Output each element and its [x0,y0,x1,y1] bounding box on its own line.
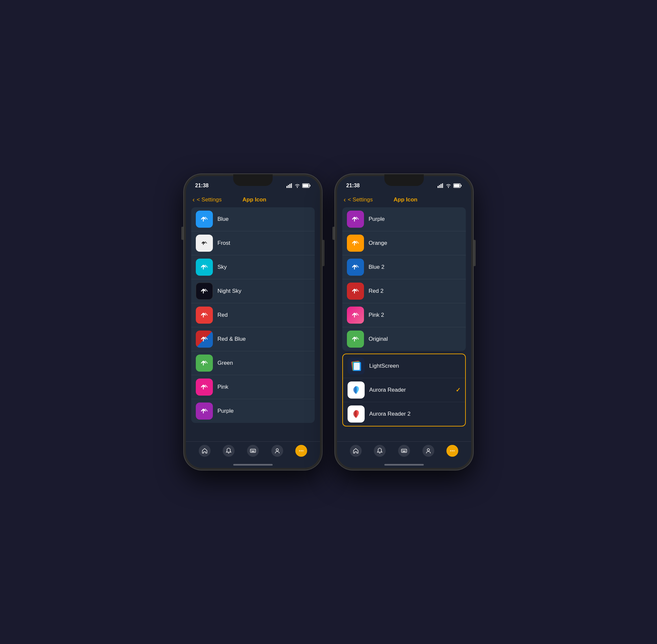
tab-profile-2[interactable] [421,445,436,457]
wifi-icon-2 [445,183,451,188]
keyboard-tab-icon-2 [398,445,410,457]
svg-point-14 [299,451,300,452]
phone-screen-2: 21:38 [337,176,471,468]
item-label: Orange [369,240,387,247]
list-item-lightscreen[interactable]: LightScreen [343,354,465,378]
home-tab-icon [199,445,211,457]
tab-more-2[interactable] [445,445,460,457]
item-label: Night Sky [217,288,241,294]
list-item[interactable]: Pink [191,375,315,399]
item-label: Purple [217,408,234,414]
item-label: LightScreen [369,363,399,369]
battery-icon [302,183,311,188]
svg-rect-1 [288,185,289,188]
back-label-2: < Settings [348,197,373,203]
svg-rect-18 [439,185,440,188]
back-button-2[interactable]: ‹ < Settings [344,196,373,203]
list-item-aurora2[interactable]: Aurora Reader 2 [343,402,465,426]
svg-rect-27 [354,363,360,370]
item-label: Blue [217,216,229,223]
list-item[interactable]: Pink 2 [342,303,466,327]
back-chevron: ‹ [192,196,195,203]
app-logo-red-icon [199,309,210,321]
app-logo-green-icon [199,358,210,369]
item-label: Aurora Reader 2 [369,411,410,417]
back-button[interactable]: ‹ < Settings [192,196,222,203]
bell-tab-icon-2 [374,445,386,457]
highlighted-icon-group: LightScreen Aurora Reader ✓ [342,353,466,427]
tab-home[interactable] [197,445,212,457]
item-label: Frost [217,240,230,247]
tab-keyboard[interactable] [246,445,260,457]
svg-point-13 [276,449,278,451]
item-label: Blue 2 [369,264,384,270]
list-item[interactable]: Green [191,351,315,375]
item-label: Red [217,312,228,318]
app-logo-pink2-icon [350,309,361,321]
notch-2 [384,174,424,186]
page-title: App Icon [242,197,266,203]
list-item[interactable]: Purple [191,399,315,423]
home-indicator-2 [337,461,471,468]
page-title-2: App Icon [394,197,418,203]
svg-rect-3 [291,183,292,188]
tab-bar-2 [337,441,471,461]
app-icon-red-blue [196,330,213,348]
list-item[interactable]: Sky [191,255,315,279]
icon-list-group-regular: Purple Orange [342,207,466,351]
list-item[interactable]: Purple [342,207,466,231]
tab-keyboard-2[interactable] [397,445,411,457]
svg-rect-5 [310,185,311,187]
list-item[interactable]: Red [191,303,315,327]
list-item-aurora[interactable]: Aurora Reader ✓ [343,378,465,402]
svg-rect-20 [442,183,443,188]
app-logo-purple-icon [199,406,210,417]
tab-more[interactable] [294,445,308,457]
app-icon-red2 [347,282,364,300]
item-label: Original [369,336,388,342]
app-logo-icon [199,213,210,225]
tab-profile[interactable] [270,445,284,457]
svg-rect-23 [454,184,460,187]
icon-list-2: Purple Orange [337,207,471,441]
app-icon-aurora2 [348,406,365,422]
checkmark-icon: ✓ [455,386,461,394]
home-tab-icon-2 [350,445,362,457]
person-tab-icon-2 [422,445,434,457]
item-label: Purple [369,216,385,223]
svg-point-34 [427,449,429,451]
svg-rect-7 [250,449,256,453]
app-logo-red2-icon [350,285,361,297]
list-item[interactable]: Blue 2 [342,255,466,279]
app-icon-pink2 [347,306,364,324]
list-item[interactable]: Red 2 [342,279,466,303]
app-icon-orange [347,235,364,252]
app-icon-original [347,330,364,348]
tab-home-2[interactable] [349,445,363,457]
app-logo-original-icon [350,334,361,345]
list-item[interactable]: Original [342,327,466,351]
status-icons-2 [438,183,462,188]
tab-notifications[interactable] [221,445,236,457]
app-icon-aurora [348,382,365,398]
list-item[interactable]: Red & Blue [191,327,315,351]
app-icon-sky [196,259,213,276]
app-icon-blue [196,211,213,228]
list-item[interactable]: Frost [191,231,315,255]
item-label: Pink [217,384,228,390]
app-icon-red [196,306,213,324]
list-item[interactable]: Orange [342,231,466,255]
tab-notifications-2[interactable] [373,445,387,457]
lightscreen-icon [350,360,362,372]
list-item[interactable]: Night Sky [191,279,315,303]
svg-rect-22 [461,185,462,187]
app-logo-blue2-icon [350,261,361,273]
nav-header-2: ‹ < Settings App Icon [337,193,471,207]
list-item[interactable]: Blue [191,207,315,231]
item-label: Sky [217,264,227,270]
svg-rect-17 [438,186,439,188]
app-logo-frost-icon [199,237,210,249]
nav-header: ‹ < Settings App Icon [186,193,320,207]
app-icon-green [196,354,213,372]
icon-list: Blue Frost [186,207,320,441]
